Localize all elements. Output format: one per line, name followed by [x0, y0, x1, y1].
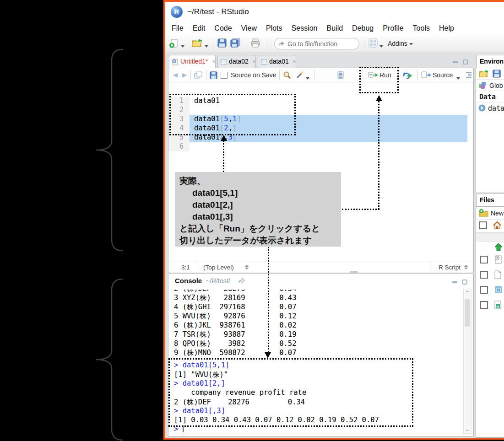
editor-status-bar: 3:1 (Top Level) R Script [168, 262, 473, 273]
rerun-icon[interactable] [402, 71, 413, 79]
source-on-save-checkbox[interactable] [221, 72, 228, 79]
note-line: data01[2,] [179, 199, 336, 211]
play-circle-icon[interactable] [478, 104, 486, 112]
tab-data01[interactable]: data01 × [258, 55, 296, 68]
svg-text:R: R [497, 288, 500, 292]
table-icon [261, 59, 267, 65]
code-text [190, 142, 467, 151]
code-tools-caret-icon[interactable] [306, 74, 309, 82]
scroll-down-icon[interactable]: ⌄ [464, 426, 471, 432]
console-result-rect [168, 358, 413, 427]
code-line[interactable]: 6 [168, 142, 467, 151]
pane-layout-button[interactable] [369, 38, 378, 48]
maximize-icon[interactable] [463, 58, 469, 63]
code-tools-icon[interactable] [296, 71, 304, 79]
menu-item-session[interactable]: Session [287, 22, 322, 35]
save-all-button[interactable] [230, 38, 241, 48]
scroll-up-icon[interactable]: ⌃ [464, 290, 471, 296]
close-icon[interactable]: × [293, 59, 296, 65]
scope-caret-icon[interactable] [245, 265, 249, 269]
pane-layout-caret-icon[interactable] [379, 42, 383, 50]
arrow-to-run [376, 95, 382, 101]
cursor-position: 3:1 [181, 264, 190, 271]
open-folder-icon[interactable] [479, 70, 489, 78]
print-button[interactable] [250, 38, 260, 48]
file-checkbox[interactable] [480, 301, 488, 309]
new-folder-icon[interactable] [479, 209, 489, 217]
file-row[interactable]: R [476, 298, 504, 313]
menu-item-edit[interactable]: Edit [188, 22, 210, 35]
parent-directory-row[interactable] [476, 242, 504, 253]
file-type-selector[interactable]: R Script [439, 264, 461, 271]
file-row[interactable] [476, 268, 504, 283]
close-icon[interactable]: × [212, 59, 215, 65]
select-all-checkbox[interactable] [479, 221, 487, 229]
menu-item-code[interactable]: Code [210, 22, 236, 35]
file-row[interactable]: R [476, 283, 504, 298]
tab-files[interactable]: Files [477, 194, 504, 206]
files-column-header[interactable] [476, 232, 504, 242]
main-toolbar: Addins [165, 36, 504, 52]
scope-selector[interactable]: (Top Level) [203, 264, 234, 271]
search-icon[interactable] [283, 71, 291, 79]
environment-pane: Environ Glob Data data [476, 54, 504, 193]
save-button[interactable] [217, 38, 227, 48]
file-type-caret-icon[interactable] [464, 265, 468, 269]
code-highlight-rect [169, 94, 296, 135]
arrow-line [378, 101, 379, 210]
note-line: data01[5,1] [179, 187, 336, 199]
compile-notebook-icon[interactable] [337, 71, 344, 79]
addins-button[interactable]: Addins [388, 40, 413, 47]
source-label[interactable]: Source [433, 71, 453, 79]
maximize-icon[interactable] [462, 278, 469, 283]
console-header: Console ~/R/test/ [168, 274, 473, 287]
scroll-thumb[interactable] [465, 299, 470, 327]
environment-data-item[interactable]: data [476, 102, 504, 114]
pane-splitter[interactable] [350, 271, 358, 273]
console-scrollbar[interactable]: ⌃ ⌄ [463, 289, 471, 434]
save-icon[interactable] [210, 71, 217, 79]
r-history-icon [494, 255, 502, 264]
close-icon[interactable]: × [253, 59, 256, 65]
editor-toolbar: ◀ ▶ Source on Save [168, 68, 473, 82]
open-file-caret-icon[interactable] [205, 42, 208, 50]
home-icon[interactable] [493, 221, 502, 230]
new-file-button[interactable] [169, 38, 179, 48]
menu-item-view[interactable]: View [237, 22, 261, 35]
environment-scope-row[interactable]: Glob [476, 80, 504, 91]
file-checkbox[interactable] [480, 271, 488, 279]
menu-item-plots[interactable]: Plots [261, 22, 287, 35]
svg-text:R: R [173, 59, 175, 63]
console-line: 5 WVU(株) 92876 0.12 [174, 312, 461, 321]
menu-item-file[interactable]: File [167, 22, 188, 35]
open-in-window-icon[interactable] [194, 71, 202, 79]
new-file-caret-icon[interactable] [181, 42, 184, 50]
file-checkbox[interactable] [480, 256, 488, 264]
menu-item-tools[interactable]: Tools [408, 22, 434, 35]
global-env-icon [478, 81, 486, 89]
forward-icon[interactable]: ▶ [182, 71, 187, 78]
back-icon[interactable]: ◀ [173, 71, 178, 78]
title-bar: R ~/R/test - RStudio [165, 2, 504, 22]
share-icon[interactable] [238, 277, 245, 284]
goto-file-input[interactable] [274, 38, 359, 49]
tab-environment[interactable]: Environ [477, 55, 504, 68]
environment-item-label: data [488, 104, 504, 113]
outline-icon[interactable] [464, 71, 472, 79]
source-button-icon[interactable] [421, 71, 431, 78]
minimize-icon[interactable] [453, 58, 459, 63]
menu-item-help[interactable]: Help [434, 22, 459, 35]
save-icon[interactable] [493, 70, 501, 78]
tab-data02[interactable]: data02 × [217, 55, 256, 68]
file-row[interactable] [476, 253, 504, 268]
tab-untitled1[interactable]: R Untitled1* × [169, 55, 216, 68]
console-line: 2 (株)DEF 28276 0.34 [174, 290, 461, 293]
minimize-icon[interactable] [452, 278, 459, 283]
menu-item-profile[interactable]: Profile [378, 22, 408, 35]
menu-item-debug[interactable]: Debug [347, 22, 378, 35]
menu-item-build[interactable]: Build [322, 22, 348, 35]
open-file-button[interactable] [192, 38, 203, 48]
file-checkbox[interactable] [480, 286, 488, 294]
new-folder-label[interactable]: New [491, 210, 504, 217]
source-caret-icon[interactable] [456, 74, 460, 82]
